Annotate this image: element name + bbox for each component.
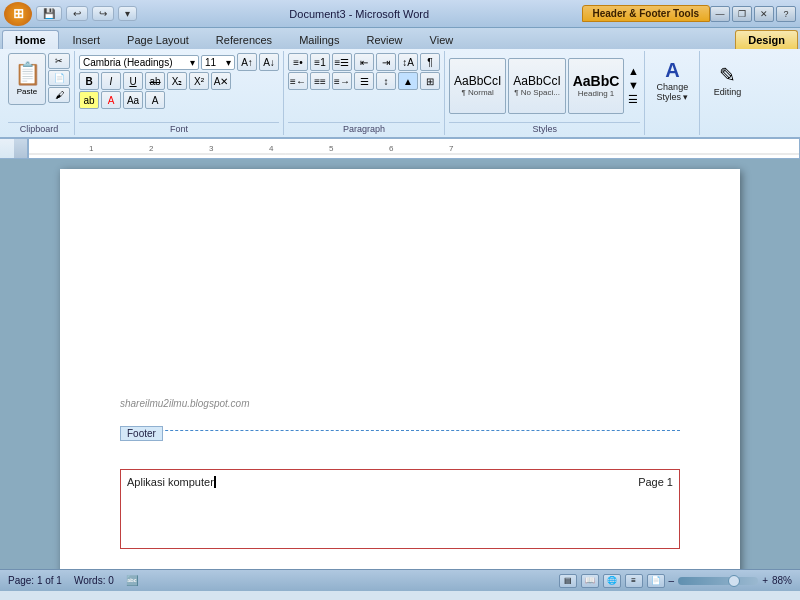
highlight-btn[interactable]: ab — [79, 91, 99, 109]
heading-label: Heading 1 — [578, 89, 614, 98]
sort-btn[interactable]: ↕A — [398, 53, 418, 71]
doc-area[interactable]: shareilmu2ilmu.blogspot.com Footer Aplik… — [0, 159, 800, 569]
normal-label: ¶ Normal — [462, 88, 494, 97]
change-styles-button[interactable]: A ChangeStyles ▾ — [649, 53, 695, 109]
paste-button[interactable]: 📋 Paste — [8, 53, 46, 105]
normal-sample: AaBbCcI — [454, 74, 501, 88]
font-family-dropdown[interactable]: Cambria (Headings) ▾ — [79, 55, 199, 70]
show-para-btn[interactable]: ¶ — [420, 53, 440, 71]
footer-area[interactable]: Aplikasi komputer Page 1 — [120, 469, 680, 549]
text-cursor — [214, 476, 216, 488]
numbering-btn[interactable]: ≡1 — [310, 53, 330, 71]
font-size-dropdown[interactable]: 11 ▾ — [201, 55, 235, 70]
change-styles-label: ChangeStyles ▾ — [656, 82, 688, 102]
outline-btn[interactable]: ≡ — [625, 574, 643, 588]
zoom-minus[interactable]: – — [669, 575, 675, 586]
borders-btn[interactable]: ⊞ — [420, 72, 440, 90]
style-normal-btn[interactable]: AaBbCcI ¶ Normal — [449, 58, 506, 114]
full-reading-btn[interactable]: 📖 — [581, 574, 599, 588]
quick-undo-btn[interactable]: ↩ — [66, 6, 88, 21]
change-case-btn[interactable]: Aa — [123, 91, 143, 109]
grow-font-btn[interactable]: A↑ — [237, 53, 257, 71]
print-layout-btn[interactable]: ▤ — [559, 574, 577, 588]
styles-content: AaBbCcI ¶ Normal AaBbCcI ¶ No Spaci... A… — [449, 51, 640, 120]
decrease-indent-btn[interactable]: ⇤ — [354, 53, 374, 71]
align-left-btn[interactable]: ≡← — [288, 72, 308, 90]
restore-btn[interactable]: ❐ — [732, 6, 752, 22]
increase-indent-btn[interactable]: ⇥ — [376, 53, 396, 71]
customize-btn[interactable]: ▾ — [118, 6, 137, 21]
editing-button[interactable]: ✎ Editing — [704, 53, 750, 109]
strikethrough-btn[interactable]: ab — [145, 72, 165, 90]
status-left: Page: 1 of 1 Words: 0 🔤 — [8, 575, 138, 586]
italic-btn[interactable]: I — [101, 72, 121, 90]
copy-btn[interactable]: 📄 — [48, 70, 70, 86]
page-count: Page: 1 of 1 — [8, 575, 62, 586]
arrow-up: ▲ — [628, 65, 639, 77]
format-painter-btn[interactable]: 🖌 — [48, 87, 70, 103]
cut-btn[interactable]: ✂ — [48, 53, 70, 69]
para-row-2: ≡← ≡≡ ≡→ ☰ ↕ ▲ ⊞ — [288, 72, 440, 90]
minimize-btn[interactable]: — — [710, 6, 730, 22]
tab-mailings[interactable]: Mailings — [286, 30, 352, 49]
clear-format-btn[interactable]: A✕ — [211, 72, 231, 90]
font-family-value: Cambria (Headings) — [83, 57, 172, 68]
text-effects-btn[interactable]: A — [145, 91, 165, 109]
para-row-1: ≡• ≡1 ≡☰ ⇤ ⇥ ↕A ¶ — [288, 53, 440, 71]
underline-btn[interactable]: U — [123, 72, 143, 90]
style-nospace-btn[interactable]: AaBbCcI ¶ No Spaci... — [508, 58, 565, 114]
draft-btn[interactable]: 📄 — [647, 574, 665, 588]
line-spacing-btn[interactable]: ↕ — [376, 72, 396, 90]
bold-btn[interactable]: B — [79, 72, 99, 90]
help-btn[interactable]: ? — [776, 6, 796, 22]
tab-home[interactable]: Home — [2, 30, 59, 49]
word-count: Words: 0 — [74, 575, 114, 586]
group-styles: AaBbCcI ¶ Normal AaBbCcI ¶ No Spaci... A… — [445, 51, 645, 135]
group-paragraph: ≡• ≡1 ≡☰ ⇤ ⇥ ↕A ¶ ≡← ≡≡ ≡→ ☰ ↕ ▲ ⊞ — [284, 51, 445, 135]
zoom-slider[interactable] — [678, 577, 758, 585]
close-btn[interactable]: ✕ — [754, 6, 774, 22]
hf-tools-tab: Header & Footer Tools — [582, 5, 711, 22]
font-color-btn[interactable]: A — [101, 91, 121, 109]
subscript-btn[interactable]: X₂ — [167, 72, 187, 90]
tab-references[interactable]: References — [203, 30, 285, 49]
paste-icon: 📋 — [14, 63, 41, 85]
shading-btn[interactable]: ▲ — [398, 72, 418, 90]
multilevel-btn[interactable]: ≡☰ — [332, 53, 352, 71]
styles-more-arrow[interactable]: ▲ ▼ ☰ — [626, 58, 640, 114]
heading-sample: AaBbC — [573, 73, 620, 90]
quick-save-btn[interactable]: 💾 — [36, 6, 62, 21]
font-row-3: ab A Aa A — [79, 91, 165, 109]
tab-review[interactable]: Review — [353, 30, 415, 49]
quick-redo-btn[interactable]: ↪ — [92, 6, 114, 21]
tab-page-layout[interactable]: Page Layout — [114, 30, 202, 49]
superscript-btn[interactable]: X² — [189, 72, 209, 90]
align-center-btn[interactable]: ≡≡ — [310, 72, 330, 90]
page-content[interactable] — [120, 209, 680, 409]
justify-btn[interactable]: ☰ — [354, 72, 374, 90]
clipboard-content: 📋 Paste ✂ 📄 🖌 — [8, 51, 70, 120]
group-font: Cambria (Headings) ▾ 11 ▾ A↑ A↓ B I U ab… — [75, 51, 284, 135]
footer-label[interactable]: Footer — [120, 426, 163, 441]
shrink-font-btn[interactable]: A↓ — [259, 53, 279, 71]
style-heading1-btn[interactable]: AaBbC Heading 1 — [568, 58, 625, 114]
office-button[interactable]: ⊞ — [4, 2, 32, 26]
bullets-btn[interactable]: ≡• — [288, 53, 308, 71]
tab-design[interactable]: Design — [735, 30, 798, 49]
watermark: shareilmu2ilmu.blogspot.com — [120, 398, 250, 409]
align-right-btn[interactable]: ≡→ — [332, 72, 352, 90]
font-row-1: Cambria (Headings) ▾ 11 ▾ A↑ A↓ — [79, 53, 279, 71]
tab-view[interactable]: View — [417, 30, 467, 49]
footer-text[interactable]: Aplikasi komputer — [127, 476, 216, 488]
ribbon: Home Insert Page Layout References Maili… — [0, 28, 800, 139]
zoom-thumb[interactable] — [728, 575, 740, 587]
tab-insert[interactable]: Insert — [60, 30, 114, 49]
zoom-plus[interactable]: + — [762, 575, 768, 586]
styles-label: Styles — [449, 122, 640, 135]
group-clipboard: 📋 Paste ✂ 📄 🖌 Clipboard — [4, 51, 75, 135]
editing-label: Editing — [714, 87, 742, 97]
change-styles-content: A ChangeStyles ▾ — [649, 51, 695, 120]
paragraph-label: Paragraph — [288, 122, 440, 135]
web-layout-btn[interactable]: 🌐 — [603, 574, 621, 588]
tabs-bar: Home Insert Page Layout References Maili… — [0, 28, 800, 49]
